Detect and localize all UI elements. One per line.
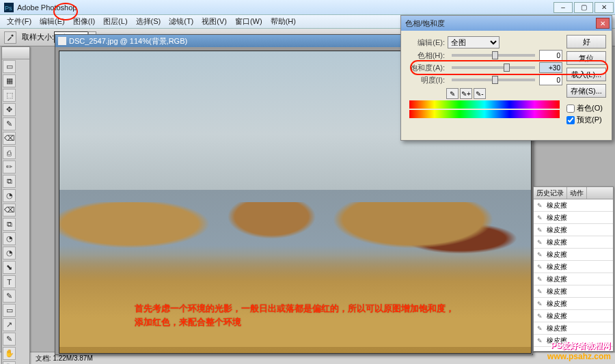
eraser-icon: ✎ bbox=[535, 336, 545, 346]
tool-shape[interactable]: ▭ bbox=[3, 304, 16, 317]
history-item[interactable]: ✎橡皮擦 bbox=[534, 212, 613, 224]
tool-blur[interactable]: ◔ bbox=[3, 232, 16, 245]
document-icon bbox=[58, 37, 66, 45]
tool-type[interactable]: T bbox=[3, 275, 16, 288]
watermark-line2: www.psahz.com bbox=[547, 352, 611, 361]
svg-text:Ps: Ps bbox=[5, 5, 12, 12]
maximize-button[interactable]: ▢ bbox=[574, 2, 593, 13]
history-list[interactable]: ✎橡皮擦✎橡皮擦✎橡皮擦✎橡皮擦✎橡皮擦✎橡皮擦✎橡皮擦✎橡皮擦✎橡皮擦✎橡皮擦… bbox=[534, 199, 613, 351]
close-button[interactable]: ✕ bbox=[594, 2, 614, 13]
tool-move[interactable]: ▦ bbox=[3, 74, 16, 87]
tool-brush[interactable]: ✏ bbox=[3, 160, 16, 173]
eraser-icon: ✎ bbox=[535, 238, 545, 247]
cancel-button[interactable]: 复位 bbox=[566, 51, 606, 65]
tool-wand[interactable]: ✥ bbox=[3, 103, 16, 116]
menu-edit[interactable]: 编辑(E) bbox=[36, 15, 69, 28]
lightness-label: 明度(I): bbox=[407, 75, 445, 85]
eraser-icon: ✎ bbox=[535, 287, 545, 296]
eraser-icon: ✎ bbox=[535, 250, 545, 260]
dialog-close-button[interactable]: ✕ bbox=[596, 18, 610, 29]
dialog-titlebar[interactable]: 色相/饱和度 ✕ bbox=[401, 16, 612, 31]
history-item[interactable]: ✎橡皮擦 bbox=[534, 310, 613, 322]
eyedropper-add-icon[interactable]: ✎+ bbox=[460, 88, 472, 99]
tool-dodge[interactable]: ◔ bbox=[3, 247, 16, 260]
eyedropper-set-icon[interactable]: ✎ bbox=[446, 88, 459, 99]
tool-history-brush[interactable]: ◔ bbox=[3, 189, 16, 202]
sample-size-label: 取样大小: bbox=[22, 32, 54, 42]
eraser-icon: ✎ bbox=[535, 213, 545, 223]
history-item[interactable]: ✎橡皮擦 bbox=[534, 273, 613, 285]
history-item[interactable]: ✎橡皮擦 bbox=[534, 298, 613, 310]
hue-input[interactable] bbox=[539, 50, 562, 61]
history-panel: 历史记录 动作 ✎橡皮擦✎橡皮擦✎橡皮擦✎橡皮擦✎橡皮擦✎橡皮擦✎橡皮擦✎橡皮擦… bbox=[533, 186, 614, 352]
saturation-slider[interactable] bbox=[452, 66, 535, 69]
eraser-icon: ✎ bbox=[535, 201, 545, 210]
menu-image[interactable]: 图像(I) bbox=[69, 15, 99, 28]
history-item[interactable]: ✎橡皮擦 bbox=[534, 199, 613, 212]
colorize-checkbox[interactable]: 着色(O) bbox=[566, 103, 606, 113]
load-button[interactable]: 载入(L)... bbox=[566, 68, 606, 81]
tool-heal[interactable]: ⎙ bbox=[3, 146, 16, 159]
saturation-input[interactable] bbox=[539, 62, 562, 73]
save-button[interactable]: 存储(S)... bbox=[566, 84, 606, 98]
tab-history[interactable]: 历史记录 bbox=[534, 187, 567, 199]
edit-label: 编辑(E): bbox=[407, 38, 445, 48]
tool-path[interactable]: ⬊ bbox=[3, 261, 16, 274]
menu-layer[interactable]: 图层(L) bbox=[99, 15, 131, 28]
menu-view[interactable]: 视图(V) bbox=[197, 15, 231, 28]
history-item[interactable]: ✎橡皮擦 bbox=[534, 285, 613, 298]
eraser-icon: ✎ bbox=[535, 275, 545, 284]
svg-point-2 bbox=[11, 34, 13, 36]
tool-slice[interactable]: ⌫ bbox=[3, 132, 16, 145]
lightness-slider[interactable] bbox=[452, 79, 535, 81]
history-item[interactable]: ✎橡皮擦 bbox=[534, 224, 613, 236]
eraser-icon: ✎ bbox=[535, 311, 545, 321]
lightness-input[interactable] bbox=[539, 74, 562, 85]
history-item[interactable]: ✎橡皮擦 bbox=[534, 322, 613, 335]
ok-button[interactable]: 好 bbox=[566, 35, 606, 48]
menu-help[interactable]: 帮助(H) bbox=[266, 15, 300, 28]
tool-eraser[interactable]: ⌫ bbox=[3, 204, 16, 216]
saturation-label: 饱和度(A): bbox=[407, 63, 445, 73]
tab-actions[interactable]: 动作 bbox=[567, 187, 587, 199]
tool-stamp[interactable]: ⧉ bbox=[3, 175, 16, 188]
menu-file[interactable]: 文件(F) bbox=[3, 15, 36, 28]
menu-select[interactable]: 选择(S) bbox=[132, 15, 165, 28]
watermark-line1: PS爱好者教程网 bbox=[547, 340, 611, 352]
eraser-icon: ✎ bbox=[535, 299, 545, 309]
tool-gradient[interactable]: ⧉ bbox=[3, 218, 16, 231]
history-item[interactable]: ✎橡皮擦 bbox=[534, 236, 613, 249]
title-bar: Ps Adobe Photoshop – ▢ ✕ bbox=[0, 0, 615, 15]
menu-window[interactable]: 窗口(W) bbox=[231, 15, 266, 28]
tool-crop[interactable]: ✎ bbox=[3, 117, 16, 130]
eraser-icon: ✎ bbox=[535, 225, 545, 235]
tool-eyedropper[interactable]: ✎ bbox=[3, 333, 16, 346]
annotation-text-line1: 首先考虑一个环境的光影，一般日出或落都是偏红的，所以可以原图增加饱和度， bbox=[135, 303, 454, 315]
hue-slider[interactable] bbox=[452, 54, 535, 57]
document-title: DSC_2547.jpg @ 114%(背景,RGB) bbox=[69, 36, 187, 46]
minimize-button[interactable]: – bbox=[554, 2, 573, 13]
annotation-text-line2: 添加红色，来配合整个环境 bbox=[135, 316, 241, 328]
menu-filter[interactable]: 滤镜(T) bbox=[165, 15, 197, 28]
eraser-icon: ✎ bbox=[535, 324, 545, 333]
history-item[interactable]: ✎橡皮擦 bbox=[534, 249, 613, 261]
eyedropper-sub-icon[interactable]: ✎- bbox=[474, 88, 486, 99]
hue-label: 色相(H): bbox=[407, 51, 445, 61]
tool-pen[interactable]: ✎ bbox=[3, 290, 16, 303]
tool-lasso[interactable]: ⬚ bbox=[3, 89, 16, 102]
toolbox-header bbox=[2, 47, 29, 59]
dialog-title: 色相/饱和度 bbox=[405, 18, 445, 29]
app-logo-icon: Ps bbox=[4, 3, 14, 12]
hue-spectrum-bar bbox=[409, 100, 560, 109]
tool-zoom[interactable]: 🔍 bbox=[3, 361, 16, 364]
eyedropper-icon bbox=[4, 31, 16, 44]
history-item[interactable]: ✎橡皮擦 bbox=[534, 261, 613, 273]
edit-select[interactable]: 全图 bbox=[448, 36, 500, 48]
watermark: PS爱好者教程网 www.psahz.com bbox=[547, 340, 611, 361]
tool-notes[interactable]: ↗ bbox=[3, 318, 16, 331]
preview-checkbox[interactable]: 预览(P) bbox=[566, 115, 606, 125]
toolbox: ▭ ▦ ⬚ ✥ ✎ ⌫ ⎙ ✏ ⧉ ◔ ⌫ ⧉ ◔ ◔ ⬊ T ✎ ▭ ↗ ✎ … bbox=[1, 46, 30, 364]
tool-hand[interactable]: ✋ bbox=[3, 347, 16, 360]
hue-saturation-dialog: 色相/饱和度 ✕ 编辑(E): 全图 色相(H): 饱和度(A): bbox=[400, 15, 612, 141]
tool-marquee[interactable]: ▭ bbox=[3, 60, 16, 73]
